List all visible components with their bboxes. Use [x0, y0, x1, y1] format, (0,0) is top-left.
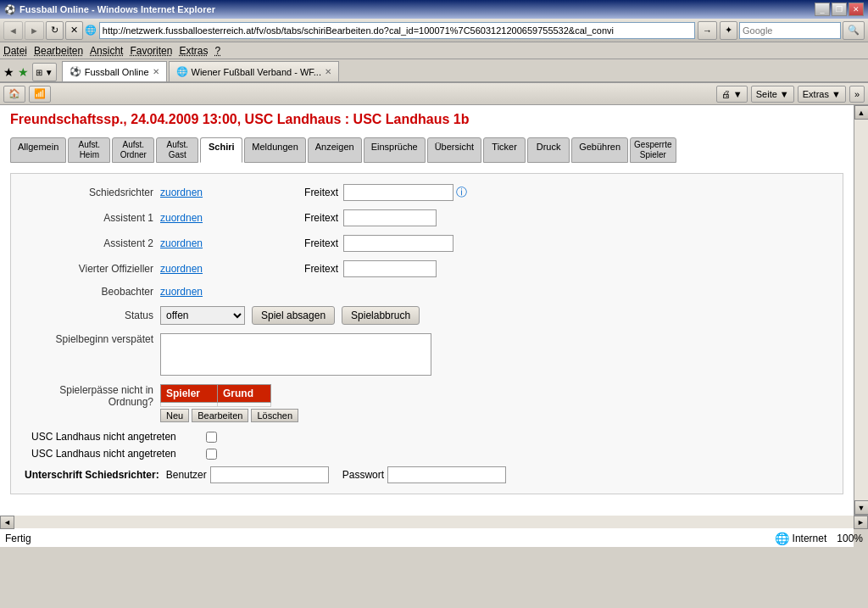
bearbeiten-button[interactable]: Bearbeiten	[192, 409, 248, 422]
passwort-input[interactable]	[387, 466, 506, 483]
browser-tab-label: Fussball Online	[85, 67, 149, 77]
horizontal-scrollbar[interactable]: ◄ ►	[0, 515, 868, 528]
usc-landhaus-label-1: USC Landhaus nicht angetreten	[31, 431, 201, 443]
live-search-button[interactable]: ✦	[720, 21, 737, 40]
grund-col-header: Grund	[218, 385, 271, 403]
assistent2-link[interactable]: zuordnen	[160, 237, 203, 249]
add-favorite-star[interactable]: ★	[18, 65, 29, 79]
search-button[interactable]: 🔍	[843, 21, 865, 40]
extras-button[interactable]: Extras ▼	[798, 86, 846, 103]
address-input[interactable]	[99, 22, 695, 39]
vierter-offizieller-row: Vierter Offizieller zuordnen Freitext	[25, 260, 829, 277]
scroll-up-button[interactable]: ▲	[854, 105, 869, 120]
tab-schiri[interactable]: Schiri	[200, 137, 242, 163]
close-button[interactable]: ✕	[849, 3, 864, 16]
tab-close-icon-2[interactable]: ✕	[325, 67, 331, 76]
usc-landhaus-row-1: USC Landhaus nicht angetreten	[31, 431, 829, 443]
freitext-input-2[interactable]	[343, 209, 437, 226]
assistent1-row: Assistent 1 zuordnen Freitext	[25, 209, 829, 226]
minimize-button[interactable]: _	[815, 3, 830, 16]
zone-icon: 🌐	[775, 532, 789, 545]
neu-button[interactable]: Neu	[160, 409, 189, 422]
refresh-button[interactable]: ↻	[46, 21, 64, 40]
beobachter-label: Beobachter	[25, 286, 160, 298]
menu-help[interactable]: ?	[214, 45, 220, 57]
menu-extras[interactable]: Extras	[179, 45, 208, 57]
favorites-star[interactable]: ★	[3, 65, 14, 79]
page-content: Freundschaftssp., 24.04.2009 13:00, USC …	[0, 105, 854, 547]
title-bar: ⚽ Fussball Online - Windows Internet Exp…	[0, 0, 868, 19]
browser-tab-label-2: Wiener Fußball Verband - WF...	[192, 67, 321, 77]
tab-aufst-heim[interactable]: Aufst. Heim	[68, 137, 110, 163]
spielerpaesse-table: Spieler Grund	[160, 384, 271, 407]
vierter-offizieller-link[interactable]: zuordnen	[160, 263, 203, 275]
print-button[interactable]: 🖨 ▼	[716, 86, 748, 103]
browser-tab-wiener[interactable]: 🌐 Wiener Fußball Verband - WF... ✕	[169, 61, 339, 81]
usc-landhaus-label-2: USC Landhaus nicht angetreten	[31, 448, 201, 460]
spielbeginn-textarea[interactable]	[160, 333, 431, 376]
menu-favoriten[interactable]: Favoriten	[130, 45, 172, 57]
restore-button[interactable]: ❐	[832, 3, 847, 16]
page-button[interactable]: Seite ▼	[751, 86, 794, 103]
beobachter-link[interactable]: zuordnen	[160, 286, 203, 298]
assistent2-label: Assistent 2	[25, 237, 160, 249]
back-button[interactable]: ◄	[3, 21, 23, 40]
freitext-input-1[interactable]	[343, 184, 453, 201]
tab-meldungen[interactable]: Meldungen	[244, 137, 305, 163]
tab-uebersicht[interactable]: Übersicht	[427, 137, 481, 163]
menu-bearbeiten[interactable]: Bearbeiten	[34, 45, 83, 57]
spielabbruch-button[interactable]: Spielabbruch	[342, 306, 420, 325]
freitext-input-4[interactable]	[343, 260, 437, 277]
scroll-right-button[interactable]: ►	[854, 516, 868, 529]
scroll-track-v[interactable]	[854, 120, 868, 500]
menu-ansicht[interactable]: Ansicht	[90, 45, 123, 57]
spielerpaesse-table-container: Spieler Grund Neu Be	[160, 384, 298, 422]
tab-gesperrte-spieler[interactable]: Gesperrte Spieler	[630, 137, 676, 163]
vertical-scrollbar[interactable]: ▲ ▼	[854, 105, 868, 515]
stop-button[interactable]: ✕	[65, 21, 83, 40]
go-button[interactable]: →	[698, 21, 717, 40]
search-input[interactable]	[739, 22, 841, 39]
info-icon[interactable]: ⓘ	[456, 185, 467, 200]
tab-einsprueche[interactable]: Einsprüche	[364, 137, 426, 163]
table-actions: Neu Bearbeiten Löschen	[160, 409, 298, 422]
nav-bar: ◄ ► ↻ ✕ 🌐 → ✦ 🔍	[0, 19, 868, 42]
grund-cell	[218, 403, 271, 407]
scroll-left-button[interactable]: ◄	[0, 516, 14, 529]
menu-datei[interactable]: Datei	[3, 45, 27, 57]
tab-aufst-gast[interactable]: Aufst. Gast	[156, 137, 198, 163]
loeschen-button[interactable]: Löschen	[251, 409, 298, 422]
usc-landhaus-checkbox-1[interactable]	[206, 432, 217, 443]
status-select[interactable]: offen bestätigt abgesagt	[160, 306, 245, 325]
browser-tab-fussball[interactable]: ⚽ Fussball Online ✕	[62, 61, 167, 81]
tab-anzeigen[interactable]: Anzeigen	[308, 137, 362, 163]
tab-aufst-ordner[interactable]: Aufst. Ordner	[112, 137, 154, 163]
feeds-button[interactable]: 📶	[29, 86, 51, 103]
vierter-offizieller-label: Vierter Offizieller	[25, 263, 160, 275]
forward-button[interactable]: ►	[25, 21, 44, 40]
tab-allgemein[interactable]: Allgemein	[10, 137, 66, 163]
window-controls[interactable]: _ ❐ ✕	[815, 3, 864, 16]
scroll-down-button[interactable]: ▼	[854, 500, 869, 515]
extras-more[interactable]: »	[849, 86, 865, 103]
tab-gebuehren[interactable]: Gebühren	[571, 137, 628, 163]
spielerpaesse-row: Spielerpässe nicht in Ordnung? Spieler G…	[25, 384, 829, 422]
assistent1-label: Assistent 1	[25, 212, 160, 224]
tab-ticker[interactable]: Ticker	[483, 137, 526, 163]
title-bar-left: ⚽ Fussball Online - Windows Internet Exp…	[4, 4, 215, 15]
main-area: Freundschaftssp., 24.04.2009 13:00, USC …	[0, 105, 868, 515]
freitext-input-3[interactable]	[343, 235, 453, 252]
tab-druck[interactable]: Druck	[527, 137, 570, 163]
assistent1-link[interactable]: zuordnen	[160, 212, 203, 224]
page-tabs: Allgemein Aufst. Heim Aufst. Ordner Aufs…	[10, 137, 843, 163]
home-button[interactable]: 🏠	[3, 86, 25, 103]
benutzer-input[interactable]	[210, 466, 329, 483]
spiel-absagen-button[interactable]: Spiel absagen	[252, 306, 335, 325]
schiedsrichter-link[interactable]: zuordnen	[160, 187, 203, 198]
scroll-track-h[interactable]	[14, 516, 854, 528]
usc-landhaus-checkbox-2[interactable]	[206, 449, 217, 460]
form-section: Schiedsrichter zuordnen Freitext ⓘ Assis…	[10, 173, 843, 494]
address-icon: 🌐	[85, 25, 97, 36]
tab-close-icon[interactable]: ✕	[153, 67, 159, 76]
tabs-view-button[interactable]: ⊞ ▼	[32, 63, 57, 81]
